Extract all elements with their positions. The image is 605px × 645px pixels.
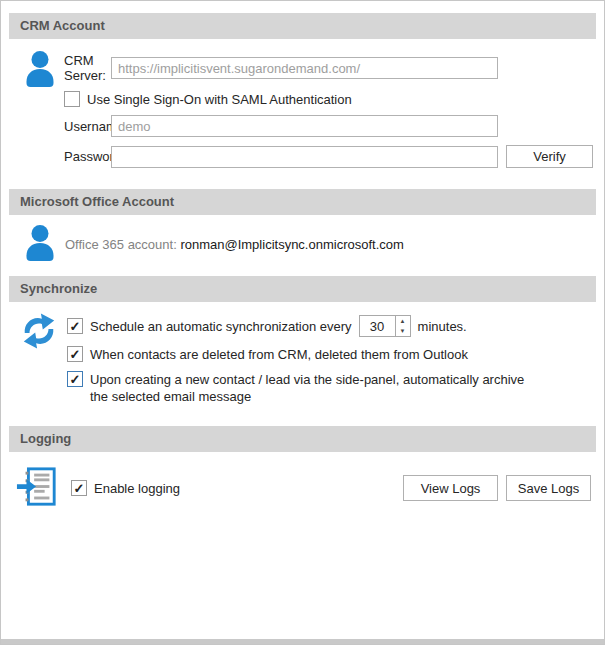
username-label: Username: — [64, 119, 111, 134]
crm-server-input[interactable] — [111, 57, 498, 79]
password-row: Password: Verify — [64, 145, 593, 168]
username-row: Username: — [64, 115, 593, 137]
archive-email-label-line2: the selected email message — [90, 388, 524, 405]
crm-account-header: CRM Account — [9, 13, 596, 39]
office-account-text: Office 365 account: ronman@Implicitsync.… — [65, 237, 404, 252]
archive-email-checkbox[interactable]: ✓ — [67, 371, 83, 387]
logging-header: Logging — [9, 426, 596, 452]
minutes-stepper-buttons: ▲ ▼ — [395, 315, 411, 337]
enable-logging-label: Enable logging — [94, 481, 180, 496]
crm-account-section: CRM Server: ✓ Use Single Sign-On with SA… — [1, 39, 604, 176]
archive-email-label: Upon creating a new contact / lead via t… — [90, 371, 524, 405]
office-account-header: Microsoft Office Account — [9, 189, 596, 215]
delete-contacts-row: ✓ When contacts are deleted from CRM, de… — [67, 346, 524, 362]
sync-options: ✓ Schedule an automatic synchronization … — [67, 310, 524, 414]
office-account-label: Office 365 account: — [65, 237, 177, 252]
enable-logging-row: ✓ Enable logging — [71, 480, 180, 496]
schedule-sync-row: ✓ Schedule an automatic synchronization … — [67, 315, 524, 337]
crm-user-icon — [23, 49, 57, 176]
verify-button[interactable]: Verify — [506, 145, 593, 168]
crm-account-header-label: CRM Account — [20, 18, 105, 33]
password-input[interactable] — [111, 146, 498, 168]
log-document-icon — [16, 464, 58, 512]
delete-contacts-checkbox[interactable]: ✓ — [67, 346, 83, 362]
delete-contacts-label: When contacts are deleted from CRM, dele… — [90, 347, 468, 362]
password-label: Password: — [64, 149, 111, 164]
archive-email-row: ✓ Upon creating a new contact / lead via… — [67, 371, 524, 405]
minutes-input[interactable] — [359, 315, 395, 337]
sso-checkbox[interactable]: ✓ — [64, 91, 80, 107]
office-account-header-label: Microsoft Office Account — [20, 194, 174, 209]
checkmark-icon: ✓ — [70, 320, 81, 333]
enable-logging-checkbox[interactable]: ✓ — [71, 480, 87, 496]
username-input[interactable] — [111, 115, 498, 137]
stepper-down-icon[interactable]: ▼ — [396, 326, 410, 336]
schedule-sync-suffix: minutes. — [418, 319, 467, 334]
archive-email-label-line1: Upon creating a new contact / lead via t… — [90, 371, 524, 388]
save-logs-button[interactable]: Save Logs — [506, 475, 591, 501]
logging-header-label: Logging — [20, 431, 71, 446]
synchronize-section: ✓ Schedule an automatic synchronization … — [1, 302, 604, 414]
sso-label: Use Single Sign-On with SAML Authenticat… — [87, 92, 352, 107]
checkmark-icon: ✓ — [70, 373, 81, 386]
office-account-section: Office 365 account: ronman@Implicitsync.… — [1, 215, 604, 265]
crm-server-row: CRM Server: — [64, 53, 593, 83]
schedule-sync-label: Schedule an automatic synchronization ev… — [90, 319, 352, 334]
checkmark-icon: ✓ — [74, 482, 85, 495]
settings-panel: CRM Account CRM Server: ✓ Use Single Sig… — [0, 0, 605, 645]
stepper-up-icon[interactable]: ▲ — [396, 316, 410, 326]
office-account-email: ronman@Implicitsync.onmicrosoft.com — [180, 237, 403, 252]
sync-arrows-icon — [19, 310, 59, 414]
minutes-stepper: ▲ ▼ — [359, 315, 411, 337]
schedule-sync-checkbox[interactable]: ✓ — [67, 318, 83, 334]
crm-server-label: CRM Server: — [64, 53, 111, 83]
logging-section: ✓ Enable logging View Logs Save Logs — [1, 452, 604, 512]
synchronize-header: Synchronize — [9, 276, 596, 302]
crm-fields: CRM Server: ✓ Use Single Sign-On with SA… — [64, 49, 593, 176]
checkmark-icon: ✓ — [70, 348, 81, 361]
synchronize-header-label: Synchronize — [20, 281, 97, 296]
window-bottom-edge — [1, 639, 604, 644]
view-logs-button[interactable]: View Logs — [403, 475, 498, 501]
office-user-icon — [23, 223, 57, 265]
sso-row: ✓ Use Single Sign-On with SAML Authentic… — [64, 91, 593, 107]
